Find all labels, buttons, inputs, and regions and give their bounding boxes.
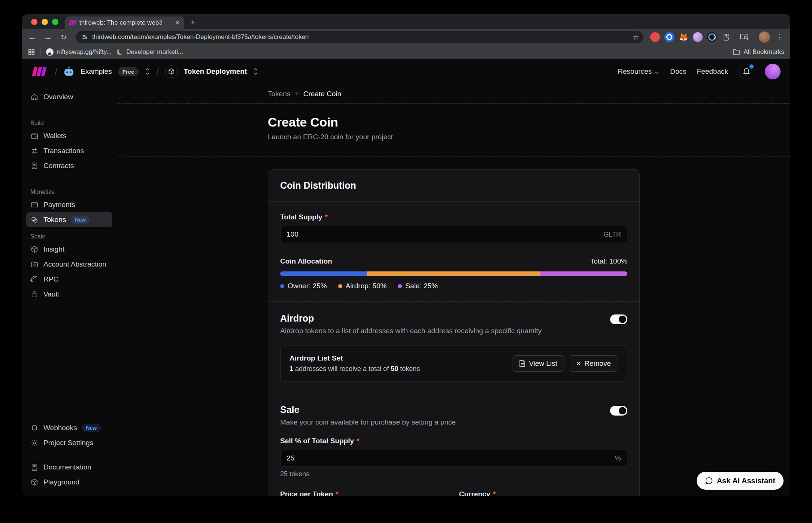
sidebar-item-tokens[interactable]: Tokens New <box>26 212 112 227</box>
distribution-section: Total Supply * GLTR Coin Allocation <box>268 202 639 302</box>
project-name[interactable]: Token Deployment <box>184 67 247 76</box>
sidebar-item-label: Vault <box>43 290 59 298</box>
thirdweb-logo[interactable] <box>31 66 49 77</box>
content-area: Coin Distribution Total Supply * <box>117 156 790 496</box>
sidebar-divider <box>26 109 112 109</box>
project-icon <box>165 65 178 78</box>
sell-percent-value[interactable] <box>287 454 615 462</box>
new-tab-button[interactable]: + <box>190 16 196 28</box>
coin-allocation-label: Coin Allocation <box>280 257 332 265</box>
price-per-token-label: Price per Token * <box>280 490 449 496</box>
sidebar-item-vault[interactable]: Vault <box>26 287 112 302</box>
assistant-label: Ask AI Assistant <box>717 477 775 485</box>
airdrop-toggle[interactable] <box>610 314 627 324</box>
wallet-icon <box>30 132 39 140</box>
close-window-button[interactable] <box>31 19 37 25</box>
bookmark-star-icon[interactable]: ☆ <box>633 33 639 42</box>
browser-profile-avatar[interactable] <box>759 31 770 43</box>
airdrop-title: Airdrop <box>280 313 542 324</box>
toolbar-separator <box>754 33 754 42</box>
back-nav-icon[interactable]: ← <box>27 33 37 41</box>
sidebar-item-account-abstraction[interactable]: Account Abstraction <box>26 257 112 272</box>
extensions-row: 🦊 ⋮ <box>650 31 785 43</box>
sidebar-item-overview[interactable]: Overview <box>26 89 112 104</box>
sidebar-item-insight[interactable]: Insight <box>26 242 112 257</box>
legend-item-owner: Owner: 25% <box>280 282 327 290</box>
label-text: Currency <box>459 490 490 496</box>
breadcrumb-slash: / <box>156 66 159 77</box>
app-header: / Examples Free / <box>22 59 790 84</box>
tab-title: thirdweb: The complete web3 <box>79 19 171 27</box>
insight-icon <box>30 245 39 253</box>
bookmarks-separator <box>727 48 727 57</box>
breadcrumb-chevron-icon: > <box>295 90 299 98</box>
browser-window: thirdweb: The complete web3 ✕ + ← → ↻ th… <box>22 14 790 496</box>
sidebar-item-webhooks[interactable]: Webhooks New <box>26 420 112 435</box>
remove-button[interactable]: ✕ Remove <box>569 355 618 372</box>
sidebar-item-wallets[interactable]: Wallets <box>26 128 112 143</box>
extension-dial-icon[interactable] <box>707 32 717 42</box>
total-supply-input[interactable]: GLTR <box>280 226 627 243</box>
legend-item-airdrop: Airdrop: 50% <box>338 282 387 290</box>
extension-purple-icon[interactable] <box>693 32 703 42</box>
thirdweb-favicon-icon <box>69 20 76 25</box>
resources-menu[interactable]: Resources ⌄ <box>618 67 660 76</box>
site-settings-icon[interactable] <box>81 33 88 41</box>
browser-tab[interactable]: thirdweb: The complete web3 ✕ <box>65 16 184 29</box>
total-supply-value[interactable] <box>287 230 603 238</box>
sidebar-item-contracts[interactable]: Contracts <box>26 158 112 173</box>
project-switcher-icon[interactable] <box>253 68 258 75</box>
sidebar-divider <box>26 455 112 455</box>
bookmark-developer-marketing[interactable]: Developer marketi... <box>117 48 183 56</box>
browser-menu-icon[interactable]: ⋮ <box>775 33 785 42</box>
tab-close-icon[interactable]: ✕ <box>175 19 180 26</box>
browser-toolbar: ← → ↻ thirdweb.com/team/examples/Token-D… <box>22 29 790 45</box>
minimize-window-button[interactable] <box>42 19 48 25</box>
sidebar-item-documentation[interactable]: Documentation <box>26 460 112 475</box>
sidebar-item-label: Overview <box>43 93 73 101</box>
button-label: View List <box>529 359 557 368</box>
forward-nav-icon[interactable]: → <box>43 33 53 41</box>
zoom-window-button[interactable] <box>52 19 58 25</box>
view-list-button[interactable]: View List <box>512 355 564 372</box>
all-bookmarks-button[interactable]: All Bookmarks <box>733 48 784 56</box>
sidebar-item-label: Wallets <box>43 132 67 140</box>
extension-blue-icon[interactable] <box>664 32 674 42</box>
account-avatar[interactable] <box>765 64 781 79</box>
airdrop-list-description: 1 addresses will receive a total of 50 t… <box>290 365 420 373</box>
sidebar-item-label: Transactions <box>43 147 84 155</box>
team-name[interactable]: Examples <box>81 67 112 76</box>
team-switcher-icon[interactable] <box>145 68 150 75</box>
notifications-button[interactable] <box>739 64 754 79</box>
sale-description: Make your coin available for purchase by… <box>280 418 456 426</box>
sidebar-item-rpc[interactable]: RPC <box>26 272 112 287</box>
tab-strip: thirdweb: The complete web3 ✕ + <box>22 14 790 29</box>
docs-link[interactable]: Docs <box>670 67 686 76</box>
legend-label: Sale: 25% <box>405 282 438 290</box>
sidebar-item-project-settings[interactable]: Project Settings <box>26 435 112 450</box>
label-text: Total Supply <box>280 213 322 221</box>
sidebar-item-label: Contracts <box>43 162 74 170</box>
url-text[interactable]: thirdweb.com/team/examples/Token-Deploym… <box>92 33 629 41</box>
metamask-extension-icon[interactable]: 🦊 <box>679 32 688 42</box>
sale-toggle[interactable] <box>610 406 627 416</box>
breadcrumb-band: Tokens > Create Coin <box>117 84 790 104</box>
breadcrumb-tokens[interactable]: Tokens <box>268 90 290 98</box>
bookmark-niftyswap[interactable]: niftyswap.gg/Nifty... <box>46 48 112 56</box>
ask-ai-assistant-button[interactable]: Ask AI Assistant <box>697 472 784 490</box>
reload-icon[interactable]: ↻ <box>58 34 69 41</box>
sell-percent-input[interactable]: % <box>280 450 627 467</box>
payments-icon <box>30 201 39 209</box>
extension-red-icon[interactable] <box>650 32 660 42</box>
feedback-link[interactable]: Feedback <box>697 67 728 76</box>
sidebar-item-payments[interactable]: Payments <box>26 197 112 212</box>
sidebar-item-label: Project Settings <box>43 439 93 447</box>
extensions-puzzle-icon[interactable] <box>721 33 730 42</box>
address-bar[interactable]: thirdweb.com/team/examples/Token-Deploym… <box>76 31 643 43</box>
apps-grid-icon[interactable] <box>28 48 35 56</box>
sidebar-item-transactions[interactable]: Transactions <box>26 143 112 158</box>
sidebar-item-playground[interactable]: Playground <box>26 475 112 490</box>
screen-search-icon[interactable] <box>740 33 749 42</box>
sidebar-item-label: RPC <box>43 275 58 283</box>
percent-suffix: % <box>615 454 621 462</box>
